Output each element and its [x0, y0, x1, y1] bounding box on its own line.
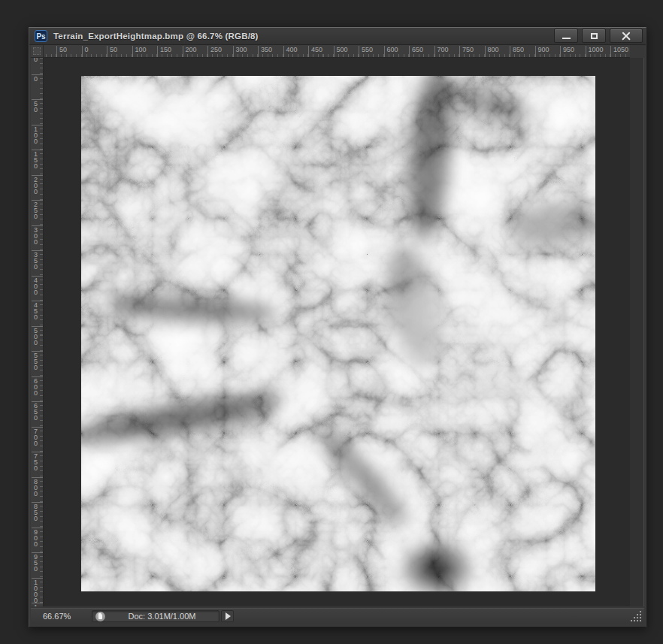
ruler-tick-label: 900 — [535, 46, 549, 57]
resize-grip[interactable] — [629, 610, 641, 622]
ruler-tick-label: 700 — [434, 46, 449, 57]
ruler-tick-label: 1050 — [32, 603, 43, 606]
ruler-tick-label: 900 — [32, 528, 43, 547]
scroll-track — [630, 58, 644, 606]
ruler-tick-label: 50 — [56, 46, 67, 57]
document-title: Terrain_ExportHeightmap.bmp @ 66.7% (RGB… — [53, 32, 259, 41]
minimize-icon — [562, 38, 571, 39]
ruler-tick-label: 600 — [384, 46, 398, 57]
maximize-button[interactable] — [582, 29, 606, 43]
zoom-level-field[interactable]: 66.67% — [43, 612, 88, 621]
ruler-tick-label: 500 — [334, 46, 348, 57]
photoshop-document-window: Ps Terrain_ExportHeightmap.bmp @ 66.7% (… — [29, 27, 646, 627]
ruler-tick-label: 100 — [132, 46, 147, 57]
ridge-highlight — [111, 166, 254, 279]
ruler-tick-label: 500 — [32, 326, 43, 346]
ruler-tick-label: 0 — [82, 46, 89, 57]
ruler-tick-label: 350 — [32, 250, 43, 270]
document-icon — [95, 612, 105, 621]
ruler-tick-label: 850 — [32, 502, 43, 522]
close-button[interactable] — [610, 29, 643, 43]
ruler-tick-label: 650 — [32, 401, 43, 421]
status-menu-button[interactable] — [221, 610, 234, 622]
triangle-right-icon — [226, 612, 231, 620]
ruler-vertical[interactable]: 5005010015020025030035040045050055060065… — [31, 58, 44, 606]
ruler-tick-label: 50 — [32, 58, 43, 62]
title-bar[interactable]: Ps Terrain_ExportHeightmap.bmp @ 66.7% (… — [29, 28, 646, 45]
ruler-tick-label: 50 — [107, 46, 117, 57]
ruler-tick-label: 700 — [32, 427, 43, 446]
ruler-tick-label: 400 — [32, 276, 43, 295]
canvas-image[interactable] — [81, 76, 595, 591]
ruler-tick-label: 150 — [157, 46, 171, 57]
resize-grip-icon — [631, 611, 632, 612]
ruler-tick-label: 150 — [32, 150, 43, 169]
ruler-tick-label: 200 — [183, 46, 197, 57]
ruler-origin-box[interactable] — [31, 45, 44, 58]
ruler-horizontal[interactable]: 5005010015020025030035040045050055060065… — [44, 45, 630, 58]
minimize-button[interactable] — [554, 29, 578, 43]
ruler-tick-label: 550 — [359, 46, 373, 57]
ruler-tick-label: 850 — [510, 46, 524, 57]
ruler-tick-label: 200 — [32, 175, 43, 195]
ruler-tick-label: 100 — [32, 125, 43, 144]
ruler-tick-label: 1050 — [610, 46, 628, 57]
ruler-tick-label: 650 — [409, 46, 423, 57]
ruler-tick-label: 250 — [32, 200, 43, 219]
status-bar: 66.67% Doc: 3.01M/1.00M — [31, 608, 644, 624]
ruler-tick-label: 450 — [308, 46, 322, 57]
ruler-tick-label: 1000 — [586, 46, 604, 57]
ruler-tick-label: 750 — [32, 452, 43, 471]
ruler-tick-label: 950 — [32, 552, 43, 572]
ruler-tick-label: 300 — [233, 46, 247, 57]
ruler-tick-label: 800 — [485, 46, 499, 57]
ruler-tick-label: 400 — [283, 46, 298, 57]
ruler-tick-label: 350 — [258, 46, 272, 57]
doc-size-text: Doc: 3.01M/1.00M — [105, 612, 219, 621]
window-controls — [554, 29, 643, 43]
ruler-tick-label: 300 — [32, 225, 43, 245]
ruler-tick-label: 950 — [560, 46, 574, 57]
ruler-tick-label: 0 — [32, 74, 43, 82]
ruler-tick-label: 800 — [32, 477, 43, 497]
pasteboard[interactable] — [44, 58, 630, 606]
ruler-tick-label: 550 — [32, 351, 43, 370]
ridge-highlight — [397, 249, 555, 399]
ruler-tick-label: 1000 — [32, 578, 43, 603]
ruler-tick-label: 250 — [207, 46, 222, 57]
ruler-tick-label: 750 — [459, 46, 474, 57]
ruler-tick-label: 50 — [32, 99, 43, 113]
ruler-origin-icon — [33, 47, 41, 55]
ruler-tick-label: 450 — [32, 301, 43, 320]
doc-info-field[interactable]: Doc: 3.01M/1.00M — [92, 610, 219, 622]
maximize-icon — [591, 33, 598, 39]
ps-logo-icon[interactable]: Ps — [35, 30, 47, 42]
close-icon — [622, 32, 631, 41]
ruler-tick-label: 600 — [32, 376, 43, 396]
